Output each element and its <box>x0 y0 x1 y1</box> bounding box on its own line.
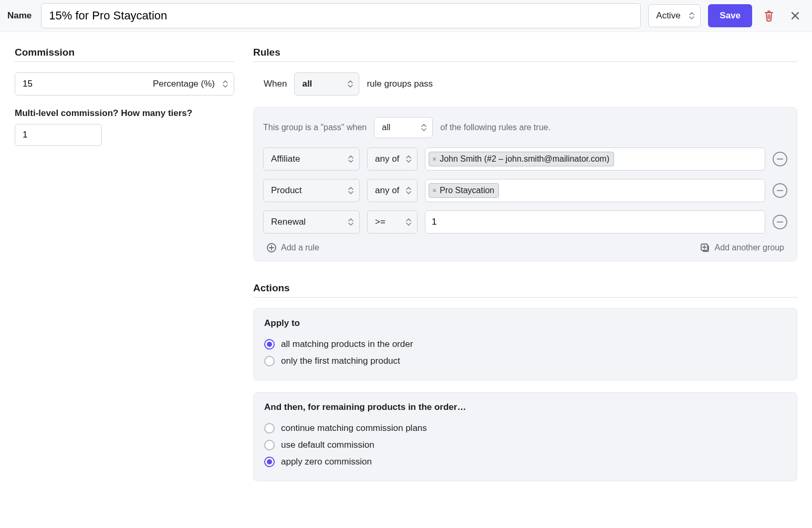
rule-field-select[interactable]: Product <box>263 179 360 202</box>
actions-heading: Actions <box>253 282 797 298</box>
remaining-panel: And then, for remaining products in the … <box>253 392 797 481</box>
rule-op-select[interactable]: any of <box>367 147 418 171</box>
rule-row: Product any of × Pro Staycation <box>263 179 787 202</box>
rule-op-select[interactable]: >= <box>367 210 418 234</box>
commission-row: Percentage (%) <box>15 72 234 96</box>
rule-row: Affiliate any of × John Smith (#2 – john… <box>263 147 787 171</box>
rule-group: This group is a "pass" when all of the f… <box>253 107 797 261</box>
radio-icon <box>264 356 275 366</box>
rule-value-input[interactable] <box>425 210 765 234</box>
rules-when-suffix: rule groups pass <box>367 79 433 89</box>
delete-button[interactable] <box>759 6 778 25</box>
close-icon <box>790 11 800 20</box>
rule-field-value: Product <box>271 185 302 196</box>
chevron-updown-icon <box>405 186 412 195</box>
add-group-button[interactable]: Add another group <box>696 242 787 254</box>
radio-label: continue matching commission plans <box>281 423 427 434</box>
add-rule-button[interactable]: Add a rule <box>263 242 322 254</box>
rules-when-prefix: When <box>264 79 287 89</box>
plan-name-input[interactable] <box>41 3 641 28</box>
value-chip: × John Smith (#2 – john.smith@mailinator… <box>429 152 614 166</box>
header-bar: Name Active Save <box>0 0 812 32</box>
radio-label: only the first matching product <box>281 356 400 366</box>
rule-field-select[interactable]: Renewal <box>263 210 360 234</box>
commission-type-label: Percentage (%) <box>153 79 215 89</box>
commission-value-input[interactable] <box>15 73 145 95</box>
chip-label: Pro Staycation <box>440 186 494 195</box>
tiers-label: Multi-level commission? How many tiers? <box>15 108 234 119</box>
rules-when-row: When all rule groups pass <box>264 72 797 96</box>
chevron-updown-icon <box>348 186 354 195</box>
chevron-updown-icon <box>347 79 353 89</box>
rules-heading: Rules <box>253 47 797 62</box>
trash-icon <box>764 10 774 22</box>
remove-rule-button[interactable] <box>773 152 787 166</box>
rule-group-header: This group is a "pass" when all of the f… <box>263 117 787 138</box>
radio-icon <box>264 339 275 350</box>
rule-op-value: any of <box>375 154 399 164</box>
value-chip: × Pro Staycation <box>429 183 499 198</box>
commission-heading: Commission <box>15 47 234 62</box>
status-select[interactable]: Active <box>648 4 701 27</box>
rules-when-mode-value: all <box>302 79 312 89</box>
chip-remove-icon[interactable]: × <box>432 155 436 163</box>
radio-icon <box>264 457 275 467</box>
radio-label: use default commission <box>281 440 374 450</box>
rules-when-mode-select[interactable]: all <box>294 72 359 96</box>
radio-label: all matching products in the order <box>281 339 413 350</box>
remove-rule-button[interactable] <box>773 183 787 198</box>
group-mode-select[interactable]: all <box>374 117 433 138</box>
chevron-updown-icon <box>222 79 228 89</box>
rule-field-value: Renewal <box>271 217 306 227</box>
chip-label: John Smith (#2 – john.smith@mailinator.c… <box>440 154 609 164</box>
remaining-option[interactable]: continue matching commission plans <box>264 420 786 437</box>
group-prefix: This group is a "pass" when <box>263 123 367 132</box>
remove-rule-button[interactable] <box>773 215 787 229</box>
remaining-option[interactable]: apply zero commission <box>264 453 786 470</box>
plus-circle-icon <box>266 242 277 253</box>
chevron-updown-icon <box>689 11 695 20</box>
rule-row: Renewal >= <box>263 210 787 234</box>
rule-value-box[interactable]: × Pro Staycation <box>425 179 765 202</box>
apply-to-option[interactable]: only the first matching product <box>264 353 786 369</box>
rule-op-value: >= <box>375 217 386 227</box>
group-suffix: of the following rules are true. <box>440 123 550 132</box>
tiers-input[interactable] <box>15 124 102 146</box>
chevron-updown-icon <box>421 123 427 132</box>
chevron-updown-icon <box>348 154 354 164</box>
chevron-updown-icon <box>405 217 412 227</box>
commission-type-select[interactable]: Percentage (%) <box>145 73 234 95</box>
close-button[interactable] <box>786 6 805 25</box>
apply-to-panel: Apply to all matching products in the or… <box>253 308 797 381</box>
radio-label: apply zero commission <box>281 457 372 467</box>
add-group-label: Add another group <box>714 243 784 252</box>
chevron-updown-icon <box>405 154 412 164</box>
rule-op-select[interactable]: any of <box>367 179 418 202</box>
add-rule-label: Add a rule <box>281 243 319 252</box>
chip-remove-icon[interactable]: × <box>432 187 436 194</box>
add-group-icon <box>700 242 710 253</box>
rule-op-value: any of <box>375 185 399 196</box>
name-label: Name <box>6 10 34 21</box>
rule-field-select[interactable]: Affiliate <box>263 147 360 171</box>
status-value: Active <box>656 10 680 21</box>
group-mode-value: all <box>382 123 390 132</box>
radio-icon <box>264 423 275 434</box>
chevron-updown-icon <box>348 217 354 227</box>
remaining-option[interactable]: use default commission <box>264 437 786 453</box>
remaining-heading: And then, for remaining products in the … <box>264 402 786 413</box>
apply-to-option[interactable]: all matching products in the order <box>264 336 786 353</box>
rule-field-value: Affiliate <box>271 154 300 164</box>
apply-to-heading: Apply to <box>264 318 786 329</box>
rule-value-box[interactable]: × John Smith (#2 – john.smith@mailinator… <box>425 147 765 171</box>
radio-icon <box>264 440 275 450</box>
save-button[interactable]: Save <box>708 4 752 27</box>
